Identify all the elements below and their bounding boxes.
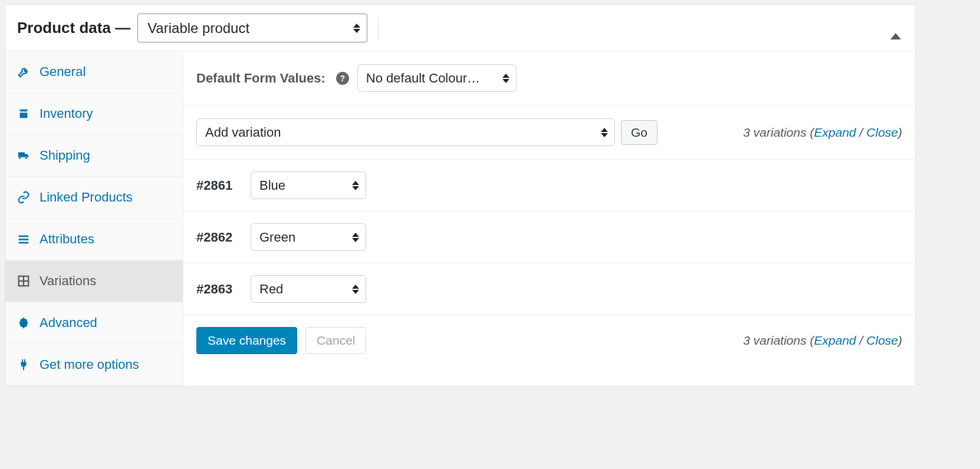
tab-label: Linked Products xyxy=(40,190,133,205)
variations-content: Default Form Values: ? No default Colour… xyxy=(183,51,915,386)
panel-title: Product data — xyxy=(17,19,130,37)
variation-row[interactable]: #2862 Green xyxy=(183,212,915,263)
save-changes-button[interactable]: Save changes xyxy=(196,327,297,354)
svg-rect-2 xyxy=(19,242,29,244)
variation-id: #2863 xyxy=(196,282,244,297)
sidebar-tab-inventory[interactable]: Inventory xyxy=(5,93,183,135)
tab-label: Variations xyxy=(40,273,96,289)
help-icon[interactable]: ? xyxy=(336,72,349,85)
svg-rect-1 xyxy=(19,239,29,240)
default-form-values-label: Default Form Values: xyxy=(196,71,325,86)
svg-rect-0 xyxy=(19,236,29,237)
tab-label: Attributes xyxy=(40,232,94,247)
sidebar-tab-linked-products[interactable]: Linked Products xyxy=(5,177,183,219)
variation-colour-select[interactable]: Blue xyxy=(251,171,366,199)
sidebar-tab-general[interactable]: General xyxy=(5,51,183,93)
sidebar: General Inventory Shipping Linked Produc… xyxy=(5,51,183,386)
variation-id: #2861 xyxy=(196,178,244,193)
sidebar-tab-variations[interactable]: Variations xyxy=(5,260,183,302)
tab-label: Advanced xyxy=(40,315,97,331)
sidebar-tab-attributes[interactable]: Attributes xyxy=(5,219,183,260)
triangle-up-icon xyxy=(890,23,901,39)
gear-icon xyxy=(16,316,31,329)
variations-status-top: 3 variations (Expand / Close) xyxy=(743,125,902,140)
plug-icon xyxy=(16,358,31,371)
sidebar-tab-advanced[interactable]: Advanced xyxy=(5,302,183,344)
variations-status-bottom: 3 variations (Expand / Close) xyxy=(743,333,902,348)
link-icon xyxy=(16,191,31,204)
expand-link[interactable]: Expand xyxy=(814,125,856,139)
tab-label: Inventory xyxy=(40,106,93,121)
variation-row[interactable]: #2861 Blue xyxy=(183,160,915,212)
sidebar-tab-shipping[interactable]: Shipping xyxy=(5,135,183,177)
bulk-action-select[interactable]: Add variation xyxy=(196,118,615,146)
grid-icon xyxy=(16,275,31,288)
close-link[interactable]: Close xyxy=(866,333,898,347)
header-divider xyxy=(378,16,379,40)
expand-link[interactable]: Expand xyxy=(814,333,856,347)
default-colour-select[interactable]: No default Colour… xyxy=(357,64,517,92)
tab-label: Get more options xyxy=(40,357,139,372)
default-form-values-row: Default Form Values: ? No default Colour… xyxy=(183,51,915,105)
wrench-icon xyxy=(16,65,31,78)
panel-collapse-toggle[interactable] xyxy=(890,23,901,34)
variations-count: 3 variations xyxy=(743,333,806,347)
close-link[interactable]: Close xyxy=(866,125,898,139)
go-button[interactable]: Go xyxy=(621,120,657,145)
inventory-icon xyxy=(16,107,31,120)
tab-label: Shipping xyxy=(40,148,90,163)
sidebar-tab-get-more-options[interactable]: Get more options xyxy=(5,344,183,386)
variation-colour-select[interactable]: Green xyxy=(251,223,366,251)
cancel-button[interactable]: Cancel xyxy=(305,327,366,354)
variation-row[interactable]: #2863 Red xyxy=(183,263,915,315)
panel-header: Product data — Variable product xyxy=(5,5,915,51)
truck-icon xyxy=(16,149,31,162)
footer-row: Save changes Cancel 3 variations (Expand… xyxy=(183,315,915,366)
variation-colour-select[interactable]: Red xyxy=(251,275,366,303)
product-data-panel: Product data — Variable product General xyxy=(5,5,916,387)
variation-id: #2862 xyxy=(196,230,244,245)
panel-body: General Inventory Shipping Linked Produc… xyxy=(5,51,915,386)
tab-label: General xyxy=(40,64,85,80)
product-type-select-wrap: Variable product xyxy=(137,14,367,42)
variations-count: 3 variations xyxy=(743,125,806,139)
list-icon xyxy=(16,233,31,246)
product-type-select[interactable]: Variable product xyxy=(137,14,367,42)
bulk-actions-row: Add variation Go 3 variations (Expand / … xyxy=(183,105,915,160)
